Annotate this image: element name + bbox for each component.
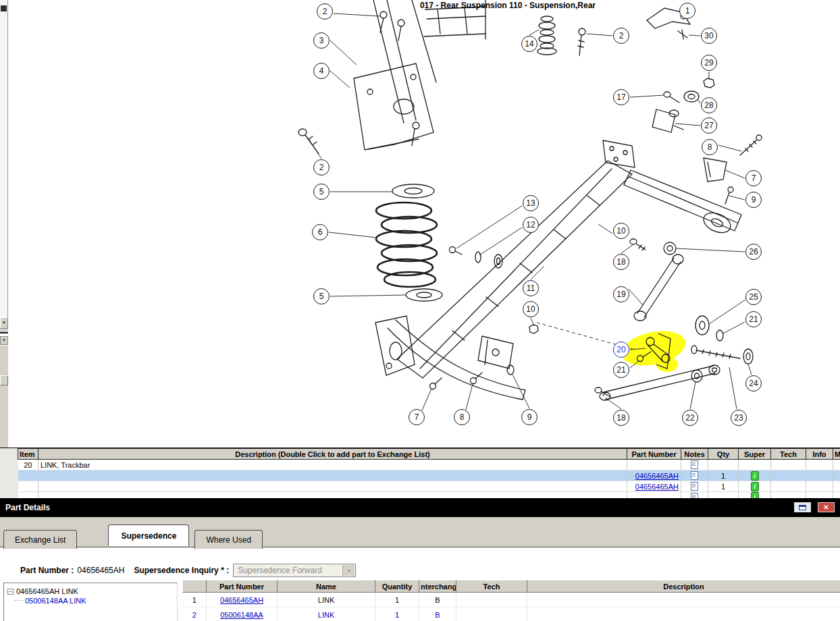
diagram-callout-17[interactable]: 17	[613, 89, 629, 105]
diagram-callout-18[interactable]: 18	[613, 254, 629, 270]
part-number-link[interactable]: 04656465AH	[635, 483, 679, 491]
tree-node-label[interactable]: 04656465AH LINK	[16, 587, 78, 596]
diagram-callout-18[interactable]: 18	[613, 410, 629, 426]
parts-table-row[interactable]: 04656465AH1i	[18, 481, 840, 492]
diagram-callout-4[interactable]: 4	[313, 63, 330, 79]
supersedence-info-icon[interactable]: i	[751, 482, 759, 491]
scroll-down-button[interactable]: ▼	[0, 317, 8, 329]
description-cell[interactable]	[38, 470, 627, 481]
diagram-callout-2[interactable]: 2	[613, 28, 629, 44]
note-icon[interactable]	[691, 471, 698, 480]
diagram-callout-11[interactable]: 11	[523, 280, 539, 296]
parts-col-8: M	[833, 449, 840, 460]
diagram-callout-3[interactable]: 3	[313, 32, 330, 49]
supersedence-inquiry-select[interactable]: Supersedence Forward ▼	[233, 564, 356, 577]
diagram-callout-28[interactable]: 28	[701, 97, 717, 113]
parts-col-5: Super	[739, 449, 771, 460]
diagram-callout-5[interactable]: 5	[313, 184, 330, 200]
tab-where-used[interactable]: Where Used	[194, 530, 263, 549]
supersedence-info-icon[interactable]: i	[751, 471, 759, 481]
chevron-down-icon: ▼	[0, 336, 8, 345]
diagram-callout-2[interactable]: 2	[313, 159, 330, 176]
supersedence-row[interactable]: 205006148AALINK1B	[183, 608, 840, 621]
parts-table-row[interactable]: i	[18, 492, 840, 499]
diagram-callout-9[interactable]: 9	[521, 409, 537, 425]
diagram-callout-7[interactable]: 7	[409, 409, 425, 425]
part-number-link[interactable]: 04656465AH	[635, 472, 679, 480]
diagram-callout-26[interactable]: 26	[745, 244, 762, 260]
diagram-callout-6[interactable]: 6	[312, 224, 328, 240]
diagram-callout-12[interactable]: 12	[523, 217, 539, 233]
diagram-callout-22[interactable]: 22	[682, 410, 698, 426]
info-cell	[806, 470, 833, 481]
row-number-cell: 2	[183, 608, 207, 621]
parts-table: ItemDescription (Double Click to add par…	[18, 448, 840, 498]
diagram-callout-20[interactable]: 20	[613, 342, 629, 358]
notes-cell	[681, 492, 708, 499]
info-cell	[806, 492, 833, 499]
tab-supersedence[interactable]: Supersedence	[108, 524, 189, 546]
dropdown-arrow-button[interactable]: ▼	[0, 332, 8, 346]
note-icon[interactable]	[691, 482, 698, 491]
parts-col-2: Part Number	[627, 449, 681, 460]
part-details-tabs: Exchange ListSupersedenceWhere Used	[0, 522, 263, 547]
inquiry-label: Supersedence Inquiry * :	[134, 566, 229, 575]
tree-item[interactable]: −04656465AH LINK	[5, 587, 176, 596]
close-button[interactable]: ✕	[818, 502, 835, 512]
tree-expander-icon[interactable]: −	[7, 589, 14, 595]
parts-col-7: Info	[806, 449, 833, 460]
note-icon[interactable]	[691, 493, 698, 499]
parts-table-row[interactable]: 04656465AH1i	[18, 470, 840, 481]
diagram-callout-8[interactable]: 8	[454, 409, 470, 425]
m-cell	[833, 470, 840, 481]
part-number-link[interactable]: 04656465AH	[220, 596, 263, 604]
left-toolbar-strip: ▼ ▼	[0, 0, 8, 448]
vertical-scrollbar[interactable]	[0, 0, 8, 317]
diagram-callout-5[interactable]: 5	[313, 288, 330, 304]
super-cell: i	[739, 492, 771, 499]
diagram-callout-24[interactable]: 24	[745, 375, 762, 392]
diagram-callout-8[interactable]: 8	[702, 139, 718, 155]
tech-cell	[456, 593, 527, 608]
item-cell	[18, 492, 38, 499]
tree-node-label[interactable]: 05006148AA LINK	[25, 596, 86, 605]
diagram-callout-25[interactable]: 25	[745, 289, 762, 305]
part-details-title: Part Details	[5, 503, 50, 512]
scrollbar-thumb[interactable]	[1, 5, 7, 11]
description-cell[interactable]	[38, 481, 627, 492]
diagram-callout-27[interactable]: 27	[701, 117, 717, 134]
diagram-callout-1[interactable]: 1	[679, 3, 695, 19]
diagram-callout-21[interactable]: 21	[745, 311, 762, 327]
tree-item[interactable]: 05006148AA LINK	[5, 596, 176, 605]
notes-cell	[681, 460, 708, 470]
diagram-callout-14[interactable]: 14	[521, 36, 537, 52]
tab-exchange-list[interactable]: Exchange List	[3, 530, 77, 549]
diagram-callout-10[interactable]: 10	[523, 301, 539, 317]
diagram-callout-10[interactable]: 10	[613, 223, 629, 239]
inquiry-selected-value: Supersedence Forward	[238, 566, 322, 575]
diagram-callout-21[interactable]: 21	[613, 362, 629, 378]
description-cell[interactable]	[38, 492, 627, 499]
part-number-link[interactable]: 05006148AA	[220, 611, 263, 619]
parts-col-3: Notes	[681, 449, 708, 460]
description-cell	[527, 608, 840, 621]
description-cell[interactable]: LINK, Trackbar	[38, 460, 627, 470]
diagram-callout-7[interactable]: 7	[745, 170, 762, 186]
window-button[interactable]	[794, 502, 811, 512]
supersedence-row[interactable]: 104656465AHLINK1B	[183, 593, 840, 608]
diagram-callout-30[interactable]: 30	[701, 28, 717, 44]
interchange-cell: B	[419, 608, 456, 621]
diagram-callout-23[interactable]: 23	[731, 410, 747, 426]
diagram-callout-13[interactable]: 13	[523, 195, 539, 211]
diagram-callout-19[interactable]: 19	[613, 286, 629, 302]
diagram-callout-9[interactable]: 9	[745, 192, 762, 208]
diagram-callout-2[interactable]: 2	[317, 3, 333, 20]
splitter-handle[interactable]	[0, 375, 8, 385]
note-icon[interactable]	[691, 460, 698, 469]
tech-cell	[771, 470, 806, 481]
part-number-cell: 04656465AH	[627, 481, 681, 492]
parts-col-0: Item	[18, 449, 38, 460]
supersedence-info-icon[interactable]: i	[751, 492, 759, 498]
parts-table-row[interactable]: 20LINK, Trackbar	[18, 460, 840, 470]
diagram-callout-29[interactable]: 29	[701, 55, 717, 71]
